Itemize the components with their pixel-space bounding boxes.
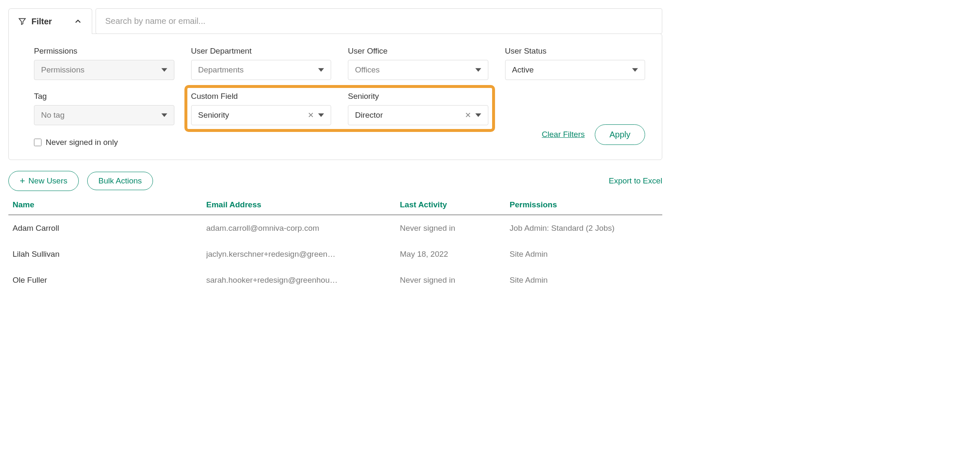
permissions-label: Permissions	[34, 46, 174, 56]
clear-seniority-icon[interactable]: ✕	[465, 111, 471, 120]
filter-icon	[18, 17, 26, 26]
filter-tab[interactable]: Filter	[8, 8, 92, 34]
clear-custom-field-icon[interactable]: ✕	[308, 111, 314, 120]
cell-last-activity: May 18, 2022	[400, 250, 510, 259]
custom-field-select[interactable]: Seniority ✕	[191, 105, 332, 125]
user-office-select[interactable]: Offices	[348, 60, 488, 80]
cell-last-activity: Never signed in	[400, 276, 510, 285]
table-row[interactable]: Ole Fullersarah.hooker+redesign@greenhou…	[8, 267, 662, 293]
export-excel-link[interactable]: Export to Excel	[609, 176, 662, 186]
user-status-select[interactable]: Active	[505, 60, 646, 80]
caret-down-icon	[318, 67, 324, 73]
user-department-value: Departments	[198, 65, 244, 75]
custom-field-label: Custom Field	[191, 92, 332, 101]
seniority-select[interactable]: Director ✕	[348, 105, 488, 125]
cell-permissions: Job Admin: Standard (2 Jobs)	[510, 224, 658, 233]
seniority-label: Seniority	[348, 92, 488, 101]
caret-down-icon	[161, 67, 167, 73]
th-last-activity[interactable]: Last Activity	[400, 200, 510, 209]
user-office-label: User Office	[348, 46, 488, 56]
new-users-button[interactable]: + New Users	[8, 171, 79, 191]
caret-down-icon	[161, 112, 167, 118]
th-name[interactable]: Name	[13, 200, 206, 209]
never-signed-in-label[interactable]: Never signed in only	[46, 138, 118, 147]
user-department-select[interactable]: Departments	[191, 60, 332, 80]
tag-value: No tag	[41, 111, 65, 120]
clear-filters-link[interactable]: Clear Filters	[542, 130, 585, 139]
user-status-label: User Status	[505, 46, 646, 56]
cell-last-activity: Never signed in	[400, 224, 510, 233]
search-input[interactable]	[96, 8, 662, 34]
tag-label: Tag	[34, 92, 174, 101]
cell-permissions: Site Admin	[510, 250, 658, 259]
permissions-select[interactable]: Permissions	[34, 60, 174, 80]
table-header: Name Email Address Last Activity Permiss…	[8, 200, 662, 215]
never-signed-in-checkbox[interactable]	[34, 139, 41, 146]
user-status-value: Active	[512, 65, 534, 75]
bulk-actions-label: Bulk Actions	[99, 176, 142, 186]
cell-email: adam.carroll@omniva-corp.com	[206, 224, 400, 233]
cell-email: jaclyn.kerschner+redesign@green…	[206, 250, 400, 259]
cell-email: sarah.hooker+redesign@greenhou…	[206, 276, 400, 285]
custom-field-value: Seniority	[198, 111, 229, 120]
table-row[interactable]: Adam Carrolladam.carroll@omniva-corp.com…	[8, 215, 662, 241]
cell-name: Adam Carroll	[13, 224, 206, 233]
cell-permissions: Site Admin	[510, 276, 658, 285]
new-users-label: New Users	[29, 176, 67, 186]
filter-panel: Permissions Permissions User Department …	[8, 34, 662, 160]
th-email[interactable]: Email Address	[206, 200, 400, 209]
chevron-up-icon	[73, 17, 83, 26]
plus-icon: +	[20, 175, 25, 186]
seniority-value: Director	[355, 111, 383, 120]
caret-down-icon	[475, 112, 481, 118]
filter-tab-label: Filter	[31, 17, 68, 26]
table-row[interactable]: Lilah Sullivanjaclyn.kerschner+redesign@…	[8, 241, 662, 267]
th-permissions[interactable]: Permissions	[510, 200, 658, 209]
apply-button[interactable]: Apply	[595, 124, 645, 145]
caret-down-icon	[475, 67, 481, 73]
caret-down-icon	[632, 67, 638, 73]
cell-name: Lilah Sullivan	[13, 250, 206, 259]
user-department-label: User Department	[191, 46, 332, 56]
tag-select[interactable]: No tag	[34, 105, 174, 125]
cell-name: Ole Fuller	[13, 276, 206, 285]
user-office-value: Offices	[355, 65, 380, 75]
caret-down-icon	[318, 112, 324, 118]
bulk-actions-button[interactable]: Bulk Actions	[87, 172, 153, 190]
permissions-value: Permissions	[41, 65, 84, 75]
